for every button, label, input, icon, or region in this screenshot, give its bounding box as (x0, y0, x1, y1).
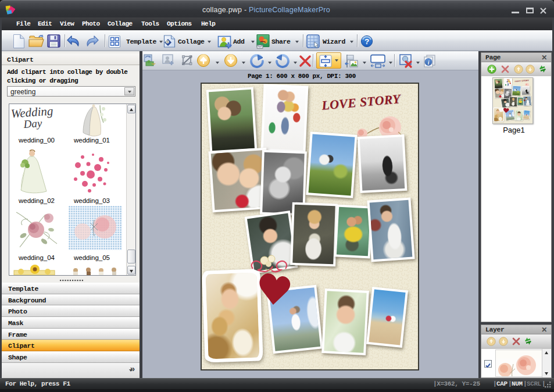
svg-text:?: ? (364, 37, 369, 46)
svg-text:i: i (428, 60, 430, 66)
